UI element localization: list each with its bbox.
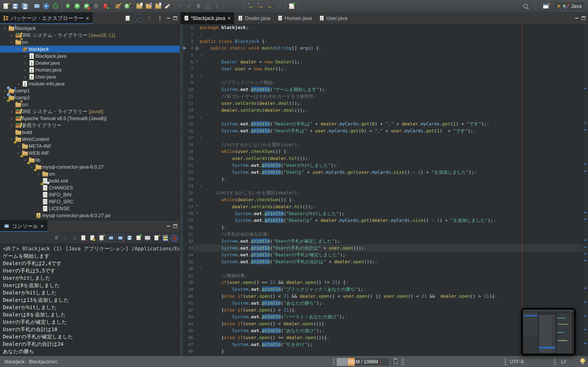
code-line-5[interactable]: 5↓ bbox=[181, 52, 583, 58]
chevron-collapsed-icon[interactable]: › bbox=[9, 33, 15, 38]
close-icon[interactable]: × bbox=[227, 16, 231, 21]
java-perspective-button[interactable]: JJava bbox=[554, 1, 585, 11]
tree-item-src[interactable]: src bbox=[0, 101, 180, 108]
code-line-28[interactable]: 28^ System.out.println("Dealerがhitしました")… bbox=[181, 210, 583, 217]
console-detail-icon[interactable] bbox=[162, 234, 169, 242]
code-line-39[interactable]: 39 System.out.println("ブラックジャック！あなたの勝ち")… bbox=[181, 286, 583, 293]
view-menu-icon[interactable] bbox=[156, 15, 164, 22]
drag-handle[interactable] bbox=[402, 358, 404, 366]
code-line-26[interactable]: 26 while(dealer.checkSum()) {↓ bbox=[181, 196, 583, 203]
code-line-27[interactable]: 27^ dealer.setCards(dealer.hit());↓ bbox=[181, 203, 583, 210]
overview-occurrence-mark[interactable] bbox=[584, 343, 587, 344]
tree-item-meta-inf[interactable]: ›META-INF bbox=[0, 143, 180, 150]
overview-occurrence-mark[interactable] bbox=[584, 122, 587, 124]
code-line-18[interactable]: 18 //hitするかしないかを選択(user)↓ bbox=[181, 141, 583, 148]
overview-occurrence-mark[interactable] bbox=[584, 329, 587, 330]
new-wizard-icon[interactable]: + bbox=[2, 2, 9, 10]
maximize-icon[interactable] bbox=[582, 16, 586, 20]
code-line-14[interactable]: 14↓ bbox=[181, 114, 583, 120]
save-icon[interactable] bbox=[11, 2, 19, 10]
chevron-collapsed-icon[interactable]: › bbox=[9, 123, 15, 128]
tree-item-webcontent[interactable]: ›!WebContent bbox=[0, 136, 180, 143]
debug-icon[interactable] bbox=[64, 2, 71, 10]
run-icon[interactable] bbox=[73, 2, 81, 10]
remove-all-launches-icon[interactable]: ×× bbox=[71, 234, 78, 242]
editor-tab-human.java[interactable]: JHuman.java bbox=[274, 12, 316, 24]
code-editor[interactable]: 1package blackjack;↓2↓3public class Blac… bbox=[181, 24, 583, 356]
tree-item-mysql-connector-java-8.0.27[interactable]: ›!mysql-connector-java-8.0.27 bbox=[0, 164, 180, 170]
minimize-icon[interactable] bbox=[167, 18, 170, 18]
tree-item--[interactable]: ›参照ライブラリー bbox=[0, 122, 180, 129]
collapse-all-icon[interactable]: − bbox=[124, 15, 131, 22]
overview-occurrence-mark[interactable] bbox=[584, 164, 587, 165]
pin-console-icon[interactable] bbox=[135, 234, 142, 242]
code-line-31[interactable]: 31 //手札の合計値を計算↓ bbox=[181, 231, 583, 238]
tree-item-blackjack.java[interactable]: ›JBlackjack.java bbox=[0, 53, 180, 59]
chevron-expanded-icon[interactable]: › bbox=[2, 25, 7, 31]
code-line-12[interactable]: 12 user.setCards(dealer.deal());↓ bbox=[181, 100, 583, 107]
code-line-37[interactable]: 37 //勝敗結果↓ bbox=[181, 272, 583, 279]
code-line-11[interactable]: 11 //各プレイヤーはそれぞれカードを２枚所持↓ bbox=[181, 93, 583, 100]
tree-item-module-info.java[interactable]: ›Jmodule-info.java bbox=[0, 80, 180, 87]
preferences-gear-icon[interactable] bbox=[43, 2, 50, 10]
chevron-collapsed-icon[interactable]: › bbox=[16, 144, 21, 149]
code-line-9[interactable]: 9 //ブラックジャック開始↓ bbox=[181, 79, 583, 86]
chevron-collapsed-icon[interactable]: › bbox=[9, 116, 15, 121]
next-edit-icon[interactable]: →* bbox=[257, 2, 264, 10]
tab-console[interactable]: コンソール × bbox=[0, 220, 47, 232]
chevron-expanded-icon[interactable]: › bbox=[23, 157, 27, 163]
word-wrap-icon[interactable]: ↵ bbox=[98, 234, 105, 242]
link-with-editor-icon[interactable]: →← bbox=[135, 14, 142, 22]
close-icon[interactable]: × bbox=[40, 224, 43, 229]
code-line-29[interactable]: 29 System.out.println("Dealerは" + dealer… bbox=[181, 217, 583, 224]
code-line-13[interactable]: 13 dealer.setCards(dealer.deal());↓ bbox=[181, 107, 583, 114]
editor-tab-user.java[interactable]: JUser.java bbox=[316, 12, 351, 24]
overview-occurrence-mark[interactable] bbox=[584, 287, 587, 289]
tree-item-build.xml[interactable]: !build.xml bbox=[0, 177, 180, 184]
code-line-23[interactable]: 23 }↓ bbox=[181, 176, 583, 183]
chevron-collapsed-icon[interactable]: › bbox=[22, 75, 28, 79]
overview-occurrence-mark[interactable] bbox=[584, 301, 587, 303]
save-all-icon[interactable] bbox=[21, 2, 28, 10]
new-java-package-icon[interactable]: + bbox=[114, 2, 121, 10]
code-line-33[interactable]: 33 System.out.println("Userの手札の合計は" + us… bbox=[181, 245, 583, 252]
editor-tab-dealer.java[interactable]: JDealer.java bbox=[234, 12, 274, 24]
tree-item-dealer.java[interactable]: ›JDealer.java bbox=[0, 59, 180, 67]
code-line-34[interactable]: 34 System.out.println("Dealerの手札が確定しました"… bbox=[181, 251, 583, 258]
drag-handle[interactable] bbox=[504, 358, 507, 366]
tab-package-explorer[interactable]: パッケージ・エクスプローラー × bbox=[0, 12, 93, 24]
code-line-4[interactable]: 4 public static void main(String[] args)… bbox=[181, 45, 583, 52]
chevron-expanded-icon[interactable]: › bbox=[9, 136, 14, 142]
code-line-22[interactable]: 22 System.out.println("Userは" + user.myC… bbox=[181, 169, 583, 176]
code-line-35[interactable]: 35 System.out.println("Dealerの手札の合計は" + … bbox=[181, 258, 583, 265]
tree-item-src[interactable]: ›src bbox=[0, 39, 180, 46]
open-resource-icon[interactable] bbox=[154, 2, 162, 10]
highlighter-icon[interactable] bbox=[164, 2, 171, 10]
chevron-collapsed-icon[interactable]: › bbox=[22, 60, 28, 66]
chevron-collapsed-icon[interactable]: › bbox=[2, 88, 8, 93]
back-history-icon[interactable]: ← bbox=[266, 2, 274, 10]
pip-screen-recording-thumbnail[interactable] bbox=[521, 308, 576, 356]
clear-console-icon[interactable]: × bbox=[80, 234, 87, 242]
code-line-32[interactable]: 32 System.out.println("Userの手札が確定しました");… bbox=[181, 238, 583, 245]
chevron-collapsed-icon[interactable]: › bbox=[9, 109, 15, 114]
chevron-collapsed-icon[interactable]: › bbox=[16, 81, 21, 86]
notification-bulb-icon[interactable] bbox=[580, 358, 585, 363]
tree-item-jre-[interactable]: ›JRE システム・ライブラリー [java8] bbox=[0, 108, 180, 115]
overview-occurrence-mark[interactable] bbox=[584, 129, 587, 131]
overview-occurrence-mark[interactable] bbox=[584, 212, 587, 213]
code-line-6[interactable]: 6^ Dealer dealer = new Dealer();↓ bbox=[181, 58, 583, 66]
minimize-icon[interactable] bbox=[167, 226, 170, 226]
tree-item-license[interactable]: LICENSE bbox=[0, 205, 180, 212]
tree-item-info_bin[interactable]: INFO_BIN bbox=[0, 191, 180, 198]
chevron-collapsed-icon[interactable]: › bbox=[36, 171, 42, 176]
chevron-expanded-icon[interactable]: › bbox=[2, 95, 7, 100]
open-perspective-icon[interactable]: + bbox=[542, 2, 550, 10]
tree-item-user.java[interactable]: ›JUser.java bbox=[0, 73, 180, 80]
code-line-1[interactable]: 1package blackjack;↓ bbox=[181, 24, 583, 31]
remove-launch-icon[interactable]: × bbox=[62, 234, 69, 242]
tree-item-apache-tomcat-v8.5-tomcat8-java8-[interactable]: ›Apache Tomcat v8.5 [Tomcat8 (Java8)] bbox=[0, 115, 180, 122]
overview-occurrence-mark[interactable] bbox=[584, 170, 587, 172]
launch-arrow-icon[interactable] bbox=[183, 46, 186, 50]
chevron-expanded-icon[interactable]: › bbox=[29, 164, 34, 170]
